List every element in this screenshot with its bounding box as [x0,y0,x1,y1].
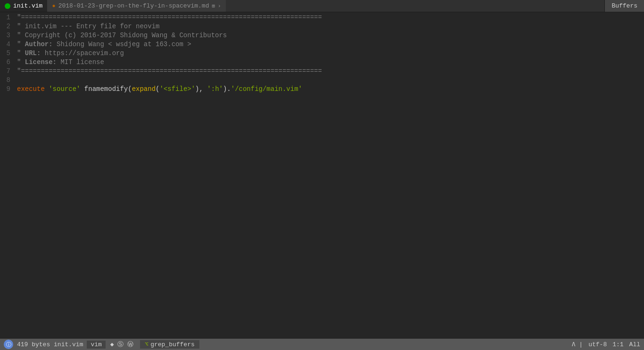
status-file-info: 419 bytes init.vim [17,341,83,348]
tab-label-blog-md: 2018-01-23-grep-on-the-fly-in-spacevim.m… [58,2,209,9]
code-line-4: 4 " Author: Shidong Wang < wsdjeg at 163… [0,40,644,49]
status-plugin-icon: ⌥ [145,341,149,348]
line-content-4: " Author: Shidong Wang < wsdjeg at 163.c… [14,40,644,49]
tab-bar: init.vim ● 2018-01-23-grep-on-the-fly-in… [0,0,644,12]
status-mode: vim [87,341,105,349]
status-space-symbol: ◆ Ⓢ Ⓦ [109,340,134,349]
status-indicator-icon: ⓘ [4,340,13,349]
status-vim-logo: Ʌ | [572,341,583,348]
code-line-9: 9 execute 'source' fnamemodify(expand('<… [0,85,644,94]
line-number-5: 5 [0,49,14,58]
status-bar: ⓘ 419 bytes init.vim vim ◆ Ⓢ Ⓦ ⌥ grep_bu… [0,339,644,350]
line-number-4: 4 [0,40,14,49]
vim-icon [5,3,10,9]
line-number-7: 7 [0,67,14,76]
line-content-2: " init.vim --- Entry file for neovim [14,22,644,31]
tab-format-indicator: ⊞ [212,3,215,9]
code-line-3: 3 " Copyright (c) 2016-2017 Shidong Wang… [0,31,644,40]
line-number-3: 3 [0,31,14,40]
tab-label-init-vim: init.vim [13,2,42,9]
status-plugin: ⌥ grep_buffers [140,340,199,349]
status-percent: All [629,341,640,348]
code-line-7: 7 "=====================================… [0,67,644,76]
tab-modified-icon: ● [52,3,55,9]
line-number-2: 2 [0,22,14,31]
tab-arrow: › [218,3,221,9]
buffers-button[interactable]: Buffers [604,0,644,12]
code-line-5: 5 " URL: https://spacevim.org [0,49,644,58]
line-content-7: "=======================================… [14,67,644,76]
status-position: 1:1 [612,341,623,348]
editor-area: 1 "=====================================… [0,12,644,339]
line-number-8: 8 [0,76,14,85]
line-number-9: 9 [0,85,14,94]
status-file-size: 419 bytes [17,341,50,348]
line-content-5: " URL: https://spacevim.org [14,49,644,58]
code-line-6: 6 " License: MIT license [0,58,644,67]
status-file-name: init.vim [54,341,83,348]
line-number-1: 1 [0,13,14,22]
tab-blog-md[interactable]: ● 2018-01-23-grep-on-the-fly-in-spacevim… [47,0,225,12]
status-right: Ʌ | utf-8 1:1 All [572,341,640,348]
tab-init-vim[interactable]: init.vim [0,0,47,12]
line-content-6: " License: MIT license [14,58,644,67]
line-content-1: "=======================================… [14,13,644,22]
line-content-9: execute 'source' fnamemodify(expand('<sf… [14,85,644,94]
code-line-2: 2 " init.vim --- Entry file for neovim [0,22,644,31]
status-left: ⓘ 419 bytes init.vim vim ◆ Ⓢ Ⓦ ⌥ grep_bu… [4,340,199,349]
code-line-1: 1 "=====================================… [0,13,644,22]
status-encoding: utf-8 [588,341,607,348]
status-plugin-name: grep_buffers [150,341,195,348]
status-mode-label: vim [91,341,101,348]
line-content-3: " Copyright (c) 2016-2017 Shidong Wang &… [14,31,644,40]
code-line-8: 8 [0,76,644,85]
line-content-8 [14,76,644,85]
buffers-label: Buffers [611,2,637,9]
line-number-6: 6 [0,58,14,67]
